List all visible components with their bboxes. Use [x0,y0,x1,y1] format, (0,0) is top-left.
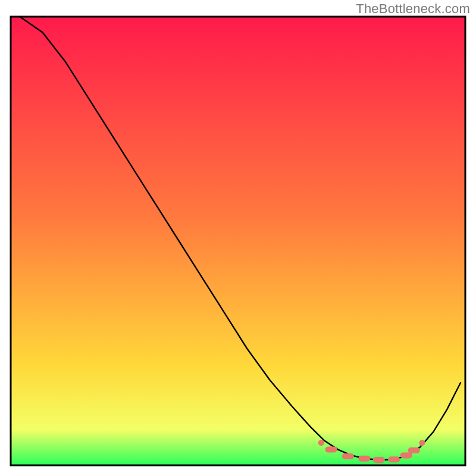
optimal-marker [342,453,354,459]
plot-surface [0,0,476,476]
optimal-marker [325,447,337,453]
optimal-marker [318,440,324,446]
bottleneck-chart: TheBottleneck.com [0,0,476,476]
optimal-marker [373,457,385,463]
optimal-marker [419,440,425,446]
optimal-marker [388,456,400,462]
attribution-text: TheBottleneck.com [356,1,470,17]
optimal-marker [358,456,370,462]
optimal-marker [408,447,420,453]
